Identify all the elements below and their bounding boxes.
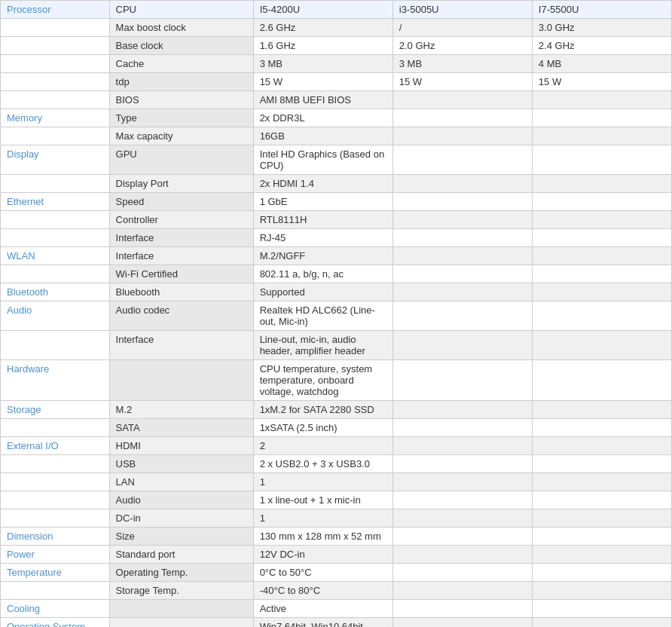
value-cell-3	[532, 229, 671, 247]
spec-cell: tdp	[109, 73, 253, 91]
spec-cell: CPU	[109, 1, 253, 19]
value-cell-2	[393, 564, 532, 582]
category-cell: Power	[1, 546, 110, 564]
spec-cell: GPU	[109, 145, 253, 175]
value-cell-1: 0°C to 50°C	[253, 564, 393, 582]
value-cell-1: 2	[253, 437, 393, 455]
spec-cell: LAN	[109, 473, 253, 491]
value-cell-2	[393, 360, 532, 401]
category-cell	[1, 265, 110, 283]
spec-table: ProcessorCPUI5-4200Ui3-5005UI7-5500UMax …	[0, 0, 672, 627]
category-cell	[1, 127, 110, 145]
value-cell-3	[532, 91, 671, 109]
category-cell	[1, 473, 110, 491]
value-cell-2	[393, 331, 532, 360]
category-cell: Processor	[1, 1, 110, 19]
value-cell-2	[393, 301, 532, 331]
value-cell-1: I5-4200U	[253, 1, 393, 19]
spec-cell: Bluebooth	[109, 283, 253, 301]
category-cell: External I/O	[1, 437, 110, 455]
spec-cell: DC-in	[109, 509, 253, 528]
value-cell-1: M.2/NGFF	[253, 247, 393, 265]
value-cell-3	[532, 193, 671, 211]
value-cell-2: i3-5005U	[393, 1, 532, 19]
value-cell-2	[393, 401, 532, 419]
spec-cell: Storage Temp.	[109, 582, 253, 600]
value-cell-2	[393, 582, 532, 600]
value-cell-1: Win7 64bit, Win10 64bit, Linux 64bit	[253, 618, 393, 628]
value-cell-3: 3.0 GHz	[532, 19, 671, 37]
category-cell	[1, 582, 110, 600]
value-cell-1: 130 mm x 128 mm x 52 mm	[253, 528, 393, 546]
value-cell-2: /	[393, 19, 532, 37]
value-cell-2	[393, 455, 532, 473]
category-cell: Display	[1, 145, 110, 175]
category-cell: Bluetooth	[1, 283, 110, 301]
value-cell-2	[393, 283, 532, 301]
value-cell-1: Intel HD Graphics (Based on CPU)	[253, 145, 393, 175]
value-cell-2	[393, 145, 532, 175]
value-cell-2	[393, 175, 532, 193]
spec-cell: Wi-Fi Certified	[109, 265, 253, 283]
value-cell-1: 1.6 GHz	[253, 37, 393, 55]
spec-cell: Max boost clock	[109, 19, 253, 37]
spec-cell: USB	[109, 455, 253, 473]
value-cell-1: 1 x line-out + 1 x mic-in	[253, 491, 393, 509]
value-cell-3	[532, 455, 671, 473]
category-cell	[1, 211, 110, 229]
value-cell-3	[532, 473, 671, 491]
value-cell-3	[532, 401, 671, 419]
value-cell-3	[532, 211, 671, 229]
value-cell-2	[393, 528, 532, 546]
value-cell-1: 1	[253, 509, 393, 528]
category-cell: Audio	[1, 301, 110, 331]
value-cell-3	[532, 145, 671, 175]
value-cell-3	[532, 582, 671, 600]
value-cell-3	[532, 265, 671, 283]
value-cell-2	[393, 618, 532, 628]
value-cell-2	[393, 600, 532, 618]
value-cell-2	[393, 509, 532, 528]
category-cell: Operating System	[1, 618, 110, 628]
value-cell-3: I7-5500U	[532, 1, 671, 19]
category-cell: Cooling	[1, 600, 110, 618]
value-cell-1: 2x DDR3L	[253, 109, 393, 127]
value-cell-2	[393, 211, 532, 229]
spec-cell: Audio codec	[109, 301, 253, 331]
value-cell-2	[393, 265, 532, 283]
value-cell-3	[532, 419, 671, 437]
value-cell-2	[393, 127, 532, 145]
spec-cell: Speed	[109, 193, 253, 211]
category-cell: Dimension	[1, 528, 110, 546]
category-cell	[1, 175, 110, 193]
spec-cell: Interface	[109, 229, 253, 247]
value-cell-1: 3 MB	[253, 55, 393, 73]
value-cell-2	[393, 546, 532, 564]
value-cell-1: 1xM.2 for SATA 2280 SSD	[253, 401, 393, 419]
value-cell-1: Active	[253, 600, 393, 618]
category-cell	[1, 419, 110, 437]
spec-cell: Interface	[109, 331, 253, 360]
value-cell-1: RJ-45	[253, 229, 393, 247]
category-cell	[1, 37, 110, 55]
spec-cell: M.2	[109, 401, 253, 419]
category-cell	[1, 229, 110, 247]
spec-cell: Max capacity	[109, 127, 253, 145]
category-cell	[1, 19, 110, 37]
value-cell-1: 2 x USB2.0 + 3 x USB3.0	[253, 455, 393, 473]
value-cell-3	[532, 528, 671, 546]
category-cell: WLAN	[1, 247, 110, 265]
spec-cell: Interface	[109, 247, 253, 265]
value-cell-1: Line-out, mic-in, audio header, amplifie…	[253, 331, 393, 360]
category-cell	[1, 509, 110, 528]
value-cell-1: CPU temperature, system temperature, onb…	[253, 360, 393, 401]
value-cell-3	[532, 331, 671, 360]
spec-cell: Operating Temp.	[109, 564, 253, 582]
category-cell	[1, 491, 110, 509]
value-cell-1: 1	[253, 473, 393, 491]
value-cell-3	[532, 509, 671, 528]
value-cell-3	[532, 491, 671, 509]
value-cell-1: 12V DC-in	[253, 546, 393, 564]
value-cell-1: 2.6 GHz	[253, 19, 393, 37]
spec-cell	[109, 360, 253, 401]
